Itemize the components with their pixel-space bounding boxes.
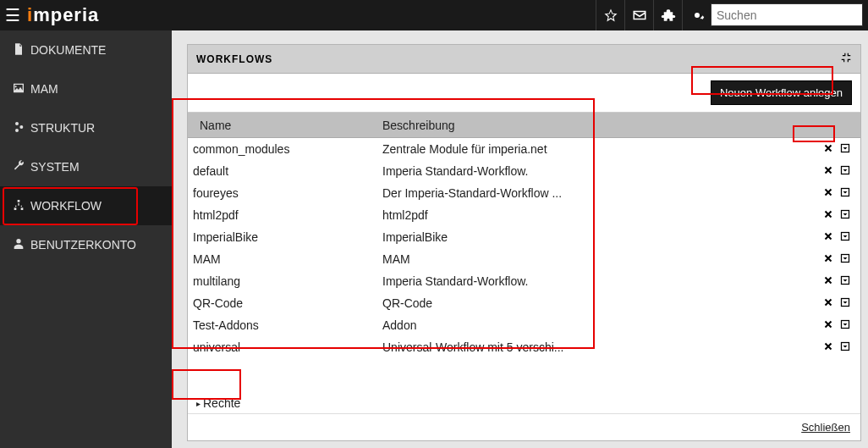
row-name: html2pdf [188,208,382,222]
brand-logo: imperia [25,4,99,26]
dropdown-icon [840,165,850,175]
user-icon [12,237,30,253]
new-workflow-button[interactable]: Neuen Workflow anlegen [711,80,852,105]
image-icon [12,81,30,97]
wrench-icon [12,159,30,175]
row-menu-button[interactable] [840,340,850,354]
settings-button[interactable] [682,0,711,30]
search-icon [843,6,858,21]
table-header: Name Beschreibung [188,113,860,138]
delete-icon [823,275,833,285]
rechte-toggle[interactable]: ▸ Rechte [196,396,240,410]
table-row[interactable]: MAMMAM [188,248,860,270]
delete-icon [823,341,833,351]
delete-icon [823,165,833,175]
row-name: Test-Addons [188,318,382,332]
panel-title: WORKFLOWS [196,53,272,65]
row-desc: Imperia Standard-Workflow. [382,274,810,288]
table-row[interactable]: foureyesDer Imperia-Standard-Workflow ..… [188,182,860,204]
sidebar-item-struktur[interactable]: STRUKTUR [0,108,172,147]
messages-button[interactable] [624,0,653,30]
panel-collapse-button[interactable] [840,52,852,66]
search-input[interactable] [711,5,838,25]
table-row[interactable]: common_modulesZentrale Module für imperi… [188,138,860,160]
delete-icon [823,297,833,307]
delete-icon [823,187,833,197]
search-box [711,3,863,26]
row-name: foureyes [188,186,382,200]
panel-toolbar: Neuen Workflow anlegen [188,74,860,113]
table-row[interactable]: Test-AddonsAddon [188,314,860,336]
row-name: multilang [188,274,382,288]
row-delete-button[interactable] [823,208,833,222]
row-delete-button[interactable] [823,164,833,178]
row-delete-button[interactable] [823,142,833,156]
sidebar-item-label: MAM [30,82,58,96]
sidebar-item-label: BENUTZERKONTO [30,238,136,252]
table-row[interactable]: universalUniversal-Workflow mit 5 versch… [188,336,860,358]
rechte-label: Rechte [203,396,240,410]
compress-icon [840,52,852,64]
close-link[interactable]: Schließen [801,421,850,434]
row-delete-button[interactable] [823,230,833,244]
col-header-desc[interactable]: Beschreibung [382,119,810,132]
row-menu-button[interactable] [840,208,850,222]
table-row[interactable]: multilangImperia Standard-Workflow. [188,270,860,292]
favorites-button[interactable] [596,0,624,30]
caret-right-icon: ▸ [196,399,201,408]
gear-icon [689,8,705,23]
search-submit[interactable] [838,6,862,24]
star-icon [603,8,618,23]
puzzle-icon [661,8,676,23]
sidebar-item-label: SYSTEM [30,160,80,174]
delete-icon [823,253,833,263]
row-menu-button[interactable] [840,252,850,266]
row-delete-button[interactable] [823,274,833,288]
row-menu-button[interactable] [840,142,850,156]
table-row[interactable]: QR-CodeQR-Code [188,292,860,314]
panel-footer: Schließen [188,413,860,440]
row-menu-button[interactable] [840,230,850,244]
sidebar-item-benutzerkonto[interactable]: BENUTZERKONTO [0,225,172,264]
row-menu-button[interactable] [840,274,850,288]
dropdown-icon [840,275,850,285]
row-desc: Zentrale Module für imperia.net [382,142,810,156]
panel-header: WORKFLOWS [188,45,860,74]
main: WORKFLOWS Neuen Workflow anlegen Name Be… [172,30,868,448]
envelope-icon [632,8,647,23]
row-name: common_modules [188,142,382,156]
sidebar-item-system[interactable]: SYSTEM [0,147,172,186]
row-desc: MAM [382,252,810,266]
row-delete-button[interactable] [823,252,833,266]
delete-icon [823,143,833,153]
topbar: ☰ imperia [0,0,868,30]
annotation-sidebar-workflow [3,187,138,225]
delete-icon [823,209,833,219]
sidebar-item-dokumente[interactable]: DOKUMENTE [0,30,172,69]
table-row[interactable]: defaultImperia Standard-Workflow. [188,160,860,182]
row-menu-button[interactable] [840,296,850,310]
menu-toggle[interactable]: ☰ [0,5,25,25]
row-desc: QR-Code [382,296,810,310]
row-delete-button[interactable] [823,340,833,354]
row-delete-button[interactable] [823,318,833,332]
row-menu-button[interactable] [840,186,850,200]
row-name: QR-Code [188,296,382,310]
table-row[interactable]: ImperialBikeImperialBike [188,226,860,248]
row-delete-button[interactable] [823,296,833,310]
table-row[interactable]: html2pdfhtml2pdf [188,204,860,226]
dropdown-icon [840,341,850,351]
delete-icon [823,231,833,241]
row-desc: ImperialBike [382,230,810,244]
top-icons [596,0,868,30]
col-header-name[interactable]: Name [188,119,382,132]
sidebar-item-mam[interactable]: MAM [0,69,172,108]
plugins-button[interactable] [653,0,682,30]
row-menu-button[interactable] [840,164,850,178]
sidebar: DOKUMENTE MAM STRUKTUR SYSTEM WORKFLOW B… [0,30,172,448]
row-delete-button[interactable] [823,186,833,200]
delete-icon [823,319,833,329]
row-menu-button[interactable] [840,318,850,332]
row-name: default [188,164,382,178]
dropdown-icon [840,143,850,153]
